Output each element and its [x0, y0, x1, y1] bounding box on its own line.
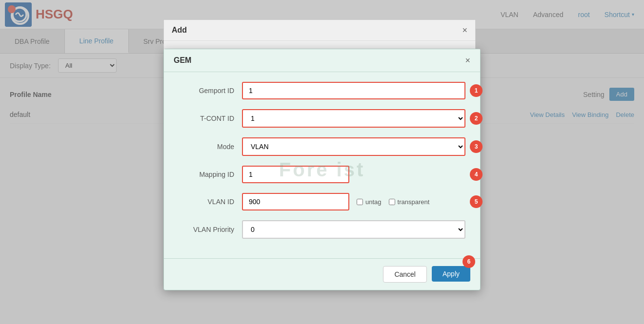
- untag-label: untag: [365, 198, 382, 206]
- vlan-priority-label: VLAN Priority: [179, 226, 242, 233]
- gem-dialog-footer: Cancel 6 Apply: [164, 258, 480, 290]
- tcont-id-row: T-CONT ID 1234 2: [179, 109, 465, 128]
- vlan-priority-row: VLAN Priority 01234567: [179, 220, 465, 239]
- step-badge-3: 3: [470, 140, 483, 153]
- transparent-label: transparent: [398, 198, 430, 206]
- tcont-id-label: T-CONT ID: [179, 114, 242, 122]
- add-dialog-header: Add ×: [164, 20, 475, 41]
- apply-wrap: 6 Apply: [432, 266, 470, 283]
- gem-dialog-title: GEM: [174, 56, 191, 65]
- gemport-id-label: Gemport ID: [179, 87, 242, 95]
- mode-select[interactable]: VLANTLSIP: [242, 137, 465, 156]
- step-badge-6: 6: [463, 255, 475, 268]
- gem-dialog: GEM × Gemport ID 1 T-CONT ID 1234 2 Mode…: [163, 49, 481, 290]
- vlan-priority-select[interactable]: 01234567: [242, 220, 465, 239]
- step-badge-4: 4: [470, 168, 483, 181]
- step-badge-1: 1: [470, 84, 483, 97]
- gem-dialog-header: GEM ×: [164, 49, 480, 72]
- vlan-id-controls: untag transparent: [242, 193, 429, 210]
- tcont-id-select[interactable]: 1234: [242, 109, 465, 128]
- mode-row: Mode VLANTLSIP 3: [179, 137, 465, 156]
- add-dialog-title: Add: [172, 26, 187, 35]
- mapping-id-row: Mapping ID 4: [179, 166, 465, 183]
- mapping-id-label: Mapping ID: [179, 171, 242, 178]
- mode-label: Mode: [179, 143, 242, 151]
- untag-checkbox[interactable]: [357, 199, 363, 205]
- vlan-id-label: VLAN ID: [179, 198, 242, 206]
- gem-dialog-body: Gemport ID 1 T-CONT ID 1234 2 Mode VLANT…: [164, 72, 480, 258]
- gemport-id-input[interactable]: [242, 82, 465, 99]
- transparent-group: transparent: [389, 198, 430, 206]
- apply-button[interactable]: Apply: [432, 266, 470, 282]
- mapping-id-input[interactable]: [242, 166, 349, 183]
- step-badge-2: 2: [470, 112, 483, 125]
- step-badge-5: 5: [470, 195, 483, 208]
- vlan-id-input[interactable]: [242, 193, 349, 210]
- add-dialog-close[interactable]: ×: [462, 26, 467, 35]
- gemport-id-row: Gemport ID 1: [179, 82, 465, 99]
- vlan-id-row: VLAN ID untag transparent 5: [179, 193, 465, 210]
- untag-group: untag: [357, 198, 382, 206]
- transparent-checkbox[interactable]: [389, 199, 395, 205]
- cancel-button[interactable]: Cancel: [383, 266, 427, 283]
- gem-dialog-close[interactable]: ×: [465, 56, 470, 65]
